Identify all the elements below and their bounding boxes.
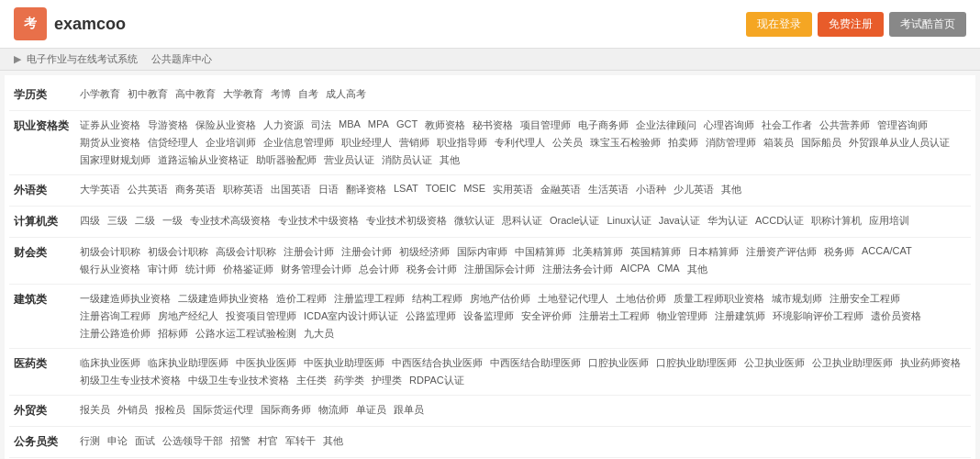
cat-item-4-23[interactable]: AICPA xyxy=(618,262,651,277)
cat-item-5-15[interactable]: 公路监理师 xyxy=(404,308,458,324)
cat-item-4-13[interactable]: ACCA/CAT xyxy=(860,244,914,260)
cat-item-3-1[interactable]: 三级 xyxy=(106,213,129,229)
cat-item-7-0[interactable]: 报关员 xyxy=(78,402,112,418)
cat-item-1-25[interactable]: 公关员 xyxy=(551,135,585,151)
cat-item-8-4[interactable]: 招警 xyxy=(228,433,252,449)
cat-item-5-14[interactable]: ICDA室内设计师认证 xyxy=(302,308,400,324)
cat-item-0-5[interactable]: 自考 xyxy=(296,86,320,102)
cat-item-7-5[interactable]: 物流师 xyxy=(317,402,351,418)
cat-item-4-3[interactable]: 注册会计师 xyxy=(282,244,336,260)
cat-item-6-12[interactable]: 中级卫生专业技术资格 xyxy=(186,373,291,388)
cat-item-1-35[interactable]: 营业员认证 xyxy=(322,152,376,168)
cat-item-3-9[interactable]: Oracle认证 xyxy=(548,213,601,229)
cat-item-5-2[interactable]: 造价工程师 xyxy=(274,291,329,307)
cat-item-5-18[interactable]: 注册岩土工程师 xyxy=(577,308,651,324)
cat-item-3-11[interactable]: Java认证 xyxy=(657,213,702,229)
cat-item-1-8[interactable]: 教师资格 xyxy=(423,118,467,133)
cat-item-1-2[interactable]: 保险从业资格 xyxy=(194,118,258,133)
cat-item-3-2[interactable]: 二级 xyxy=(133,213,157,229)
cat-item-3-13[interactable]: ACCD认证 xyxy=(753,213,806,229)
cat-item-8-1[interactable]: 申论 xyxy=(106,433,129,449)
cat-item-6-8[interactable]: 公卫执业医师 xyxy=(742,355,807,371)
cat-item-1-15[interactable]: 公共营养师 xyxy=(818,118,872,133)
cat-item-4-6[interactable]: 国际内审师 xyxy=(455,244,509,260)
cat-item-3-3[interactable]: 一级 xyxy=(161,213,184,229)
cat-item-2-3[interactable]: 职称英语 xyxy=(221,182,265,197)
cat-item-1-27[interactable]: 拍卖师 xyxy=(666,135,700,151)
cat-item-2-13[interactable]: 小语种 xyxy=(634,182,668,197)
cat-item-1-10[interactable]: 项目管理师 xyxy=(518,118,573,133)
cat-item-7-2[interactable]: 报检员 xyxy=(153,402,187,418)
cat-item-1-34[interactable]: 助听器验配师 xyxy=(254,152,318,168)
cat-item-1-23[interactable]: 职业指导师 xyxy=(435,135,489,151)
cat-item-3-4[interactable]: 专业技术高级资格 xyxy=(188,213,273,229)
cat-item-1-32[interactable]: 国家理财规划师 xyxy=(78,152,152,168)
cat-item-0-1[interactable]: 初中教育 xyxy=(126,86,170,102)
cat-item-1-22[interactable]: 营销师 xyxy=(397,135,431,151)
cat-item-1-17[interactable]: 期货从业资格 xyxy=(78,135,142,151)
cat-item-5-11[interactable]: 注册咨询工程师 xyxy=(78,308,152,324)
cat-item-4-11[interactable]: 注册资产评估师 xyxy=(744,244,819,260)
cat-item-4-22[interactable]: 注册法务会计师 xyxy=(540,262,615,277)
cat-item-6-2[interactable]: 中医执业医师 xyxy=(234,355,298,371)
cat-item-5-9[interactable]: 城市规划师 xyxy=(770,291,824,307)
cat-item-7-7[interactable]: 跟单员 xyxy=(392,402,426,418)
register-button[interactable]: 免费注册 xyxy=(818,12,884,37)
cat-item-3-5[interactable]: 专业技术中级资格 xyxy=(276,213,361,229)
cat-item-4-19[interactable]: 总会计师 xyxy=(357,262,401,277)
cat-item-2-0[interactable]: 大学英语 xyxy=(78,182,122,197)
cat-item-5-3[interactable]: 注册监理工程师 xyxy=(332,291,406,307)
cat-item-4-16[interactable]: 统计师 xyxy=(184,262,217,277)
cat-item-2-15[interactable]: 其他 xyxy=(719,182,743,197)
cat-item-4-12[interactable]: 税务师 xyxy=(822,244,856,260)
cat-item-5-23[interactable]: 注册公路造价师 xyxy=(78,326,152,341)
cat-item-1-3[interactable]: 人力资源 xyxy=(262,118,306,133)
cat-item-5-4[interactable]: 结构工程师 xyxy=(410,291,464,307)
cat-item-7-4[interactable]: 国际商务师 xyxy=(259,402,313,418)
cat-item-4-15[interactable]: 审计师 xyxy=(146,262,180,277)
cat-item-5-26[interactable]: 九大员 xyxy=(302,326,336,341)
cat-item-5-5[interactable]: 房地产估价师 xyxy=(468,291,532,307)
cat-item-3-10[interactable]: Linux认证 xyxy=(605,213,652,229)
cat-item-2-11[interactable]: 金融英语 xyxy=(539,182,583,197)
cat-item-4-18[interactable]: 财务管理会计师 xyxy=(279,262,353,277)
cat-item-2-1[interactable]: 公共英语 xyxy=(126,182,170,197)
cat-item-6-0[interactable]: 临床执业医师 xyxy=(78,355,142,371)
cat-item-4-8[interactable]: 北美精算师 xyxy=(571,244,625,260)
cat-item-1-18[interactable]: 信贷经理人 xyxy=(146,135,200,151)
cat-item-6-10[interactable]: 执业药师资格 xyxy=(898,355,963,371)
cat-item-0-2[interactable]: 高中教育 xyxy=(173,86,217,102)
cat-item-3-12[interactable]: 华为认证 xyxy=(706,213,750,229)
cat-item-4-14[interactable]: 银行从业资格 xyxy=(78,262,142,277)
cat-item-6-9[interactable]: 公卫执业助理医师 xyxy=(810,355,895,371)
cat-item-1-9[interactable]: 秘书资格 xyxy=(471,118,515,133)
cat-item-4-9[interactable]: 英国精算师 xyxy=(629,244,683,260)
cat-item-2-14[interactable]: 少儿英语 xyxy=(672,182,716,197)
cat-item-1-33[interactable]: 道路运输从业资格证 xyxy=(156,152,251,168)
cat-item-2-6[interactable]: 翻译资格 xyxy=(344,182,388,197)
cat-item-1-4[interactable]: 司法 xyxy=(309,118,333,133)
cat-item-1-1[interactable]: 导游资格 xyxy=(146,118,190,133)
cat-item-3-7[interactable]: 微软认证 xyxy=(452,213,496,229)
cat-item-5-8[interactable]: 质量工程师职业资格 xyxy=(672,291,766,307)
cat-item-2-10[interactable]: 实用英语 xyxy=(491,182,535,197)
cat-item-6-11[interactable]: 初级卫生专业技术资格 xyxy=(78,373,183,388)
cat-item-5-17[interactable]: 安全评价师 xyxy=(519,308,574,324)
cat-item-2-5[interactable]: 日语 xyxy=(317,182,340,197)
cat-item-4-17[interactable]: 价格鉴证师 xyxy=(221,262,275,277)
cat-item-2-9[interactable]: MSE xyxy=(462,182,487,197)
cat-item-1-5[interactable]: MBA xyxy=(337,118,362,133)
sub-header-link1[interactable]: 电子作业与在线考试系统 xyxy=(27,52,138,66)
cat-item-0-6[interactable]: 成人高考 xyxy=(324,86,368,102)
cat-item-4-25[interactable]: 其他 xyxy=(685,262,709,277)
cat-item-6-4[interactable]: 中西医结合执业医师 xyxy=(390,355,484,371)
cat-item-2-8[interactable]: TOEIC xyxy=(424,182,458,197)
cat-item-1-0[interactable]: 证券从业资格 xyxy=(78,118,142,133)
cat-item-7-1[interactable]: 外销员 xyxy=(116,402,150,418)
cat-item-6-5[interactable]: 中西医结合助理医师 xyxy=(488,355,583,371)
cat-item-6-15[interactable]: 护理类 xyxy=(370,373,404,388)
cat-item-1-19[interactable]: 企业培训师 xyxy=(204,135,258,151)
cat-item-5-25[interactable]: 公路水运工程试验检测 xyxy=(194,326,298,341)
cat-item-1-20[interactable]: 企业信息管理师 xyxy=(262,135,336,151)
cat-item-5-20[interactable]: 注册建筑师 xyxy=(713,308,767,324)
